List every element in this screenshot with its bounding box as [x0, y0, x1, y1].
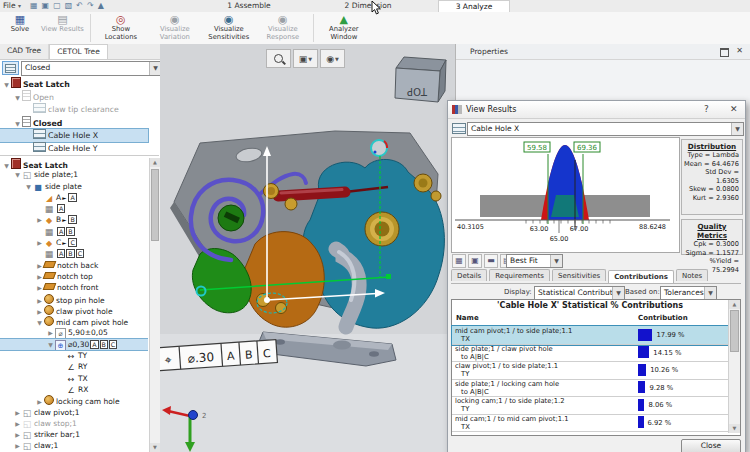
tree-item-abc[interactable]: ABC [0, 248, 148, 259]
tree-item-b[interactable]: ▶B►B [0, 214, 148, 225]
tree-item-seat-latch[interactable]: ▼Seat Latch [0, 158, 148, 169]
display-style-button[interactable]: ◉▼ [320, 49, 345, 68]
tree-item-5-90-0-05[interactable]: ▶5,90±0,05 [0, 327, 148, 338]
expander-icon[interactable]: ▶ [13, 418, 22, 429]
panel-tab-cetol-tree[interactable]: CETOL Tree [49, 44, 108, 59]
tree-item-ry[interactable]: RY [0, 361, 148, 372]
close-button[interactable]: ✕ [730, 104, 738, 114]
tree-item-striker-bar-1[interactable]: ▶striker bar;1 [0, 429, 148, 440]
tree-item-seat-latch[interactable]: ▼Seat Latch [0, 77, 148, 90]
tree-item-side-plate[interactable]: ▼side plate [0, 181, 148, 192]
dialog-titlebar[interactable]: View Results ? ✕ [448, 101, 745, 119]
close-icon[interactable]: ✕ [736, 46, 743, 55]
tree-item-claw-pivot-1[interactable]: ▶claw pivot;1 [0, 407, 148, 418]
zoom-button[interactable] [266, 49, 291, 68]
expander-icon[interactable]: ▶ [35, 306, 44, 316]
state-select[interactable]: Closed ▼ [21, 61, 162, 76]
copy-chart-icon[interactable]: ▣ [468, 254, 482, 268]
solve-quick-icon[interactable]: ▲ [98, 1, 104, 11]
orientation-cube[interactable]: TOP [395, 57, 446, 102]
tree-item-claw-tip-clearance[interactable]: claw tip clearance [0, 103, 148, 116]
tree-item-cable-hole-y[interactable]: Cable Hole Y [0, 142, 148, 155]
panel-tab-cad-tree[interactable]: CAD Tree [0, 44, 49, 59]
tree-item-tx[interactable]: TX [0, 373, 148, 384]
tree-item-notch-back[interactable]: ▶notch back [0, 260, 148, 271]
ribbon-button-solve[interactable]: ▦Solve [2, 12, 38, 44]
ribbon-button-visualize-sensitivities[interactable]: ◉Visualize Sensitivities [202, 12, 256, 44]
contribution-row[interactable]: side plate;1 / locking cam holeto A|B|C9… [452, 379, 728, 398]
pin-results-icon[interactable]: ▦ [452, 254, 466, 268]
tree-item-side-plate-1[interactable]: ▼side plate;1 [0, 169, 148, 180]
expander-icon[interactable]: ▶ [35, 295, 44, 305]
tree-item-rx[interactable]: RX [0, 384, 148, 395]
measurement-select[interactable]: Cable Hole X ▼ [467, 122, 744, 136]
tree-item-mid-cam-pivot-hole[interactable]: ▼mid cam pivot hole [0, 316, 148, 327]
redo-icon[interactable]: ↷ [87, 1, 94, 11]
paste-icon[interactable]: ▢ [53, 1, 61, 11]
measurement-chart-toggle[interactable] [2, 61, 19, 75]
scroll-down-icon[interactable]: ▼ [729, 424, 740, 433]
help-button[interactable]: ? [704, 104, 709, 114]
tab-contributions[interactable]: Contributions [608, 270, 674, 283]
expander-icon[interactable]: ▶ [35, 214, 44, 225]
expander-icon[interactable]: ▶ [13, 440, 22, 451]
expander-icon[interactable]: ▼ [13, 169, 22, 180]
close-dialog-button[interactable]: Close [681, 439, 741, 452]
view-orientation-button[interactable]: ▣▼ [293, 49, 318, 68]
ribbon-tab-1-assemble[interactable]: 1 Assemble [205, 0, 293, 12]
scrollbar-thumb[interactable] [730, 310, 739, 352]
ribbon-button-analyzer-window[interactable]: ▲Analyzer Window [317, 12, 371, 44]
tree-item-claw-stop-1[interactable]: ▶claw stop;1 [0, 418, 148, 429]
expander-icon[interactable]: ▼ [2, 160, 11, 169]
tree-item-stop-pin-hole[interactable]: ▶stop pin hole [0, 294, 148, 305]
tree-item-a[interactable]: A►A [0, 192, 148, 203]
tree-item-ty[interactable]: TY [0, 350, 148, 361]
tab-details[interactable]: Details [451, 269, 487, 281]
expander-icon[interactable]: ▶ [46, 327, 55, 338]
expander-icon[interactable]: ▼ [35, 317, 44, 327]
tree-item-claw-pivot-hole[interactable]: ▶claw pivot hole [0, 305, 148, 316]
display-select[interactable]: Statistical Contributions ▼ [534, 286, 625, 300]
copy-icon[interactable]: ▣ [42, 1, 50, 11]
undo-icon[interactable]: ↶ [76, 1, 83, 11]
contribution-row[interactable]: claw pivot;1 / to side plate;1.1TY10.26 … [452, 361, 728, 380]
based-on-select[interactable]: Tolerances ▼ [660, 286, 717, 300]
ribbon-button-show-locations[interactable]: ◎Show Locations [94, 12, 148, 44]
scroll-down-icon[interactable]: ▼ [150, 443, 160, 452]
expander-icon[interactable]: ▼ [24, 181, 33, 192]
tree-item-cable-hole-x[interactable]: Cable Hole X [0, 129, 148, 142]
tree-item-notch-front[interactable]: ▶notch front [0, 282, 148, 293]
float-panel-icon[interactable] [720, 48, 729, 57]
tab-requirements[interactable]: Requirements [489, 269, 550, 281]
tree-item-abc[interactable]: ▼⌀0,30ABC [0, 339, 148, 350]
expander-icon[interactable]: ▶ [13, 407, 22, 418]
tree-item-c[interactable]: ▶C►C [0, 237, 148, 248]
fit-select[interactable]: Best Fit ▼ [506, 254, 563, 268]
file-menu[interactable]: File ▾ [3, 1, 21, 10]
tree-scrollbar[interactable]: ▲ ▼ [149, 158, 160, 452]
scroll-up-icon[interactable]: ▲ [150, 158, 160, 167]
contribution-row[interactable]: side plate;1 / claw pivot holeto A|B|C14… [452, 344, 728, 363]
tree-item-open[interactable]: ▼Open [0, 90, 148, 103]
expander-icon[interactable]: ▼ [2, 78, 11, 90]
histogram-icon[interactable]: ▬ [484, 254, 498, 268]
grid-icon[interactable]: ▦ [30, 1, 38, 11]
tab-notes[interactable]: Notes [676, 269, 708, 281]
cad-viewport[interactable]: ⌖ ⌀.30 A B C TOP 2 [160, 44, 455, 452]
tree-item-closed[interactable]: ▼Closed [0, 116, 148, 129]
expander-icon[interactable]: ▼ [13, 91, 22, 103]
contribution-row[interactable]: mid cam pivot;1 / to side plate;1.1TX17.… [452, 326, 728, 345]
tree-item-a[interactable]: A [0, 203, 148, 214]
scrollbar-thumb[interactable] [151, 169, 159, 241]
ribbon-tab-2-dimension[interactable]: 2 Dimension [322, 0, 414, 12]
expander-icon[interactable]: ▼ [13, 117, 22, 129]
open-icon[interactable]: ▧ [65, 1, 73, 11]
tree-item-locking-cam-hole[interactable]: ▶locking cam hole [0, 395, 148, 406]
expander-icon[interactable]: ▼ [46, 339, 55, 350]
name-column-header[interactable]: Name [456, 314, 479, 322]
tab-sensitivities[interactable]: Sensitivities [552, 269, 606, 281]
contribution-column-header[interactable]: Contribution [638, 314, 688, 322]
expander-icon[interactable]: ▶ [35, 396, 44, 406]
contribution-row[interactable]: mid cam;1 / to mid cam pivot;1.1TX6.92 % [452, 414, 728, 433]
scroll-up-icon[interactable]: ▲ [729, 300, 740, 309]
